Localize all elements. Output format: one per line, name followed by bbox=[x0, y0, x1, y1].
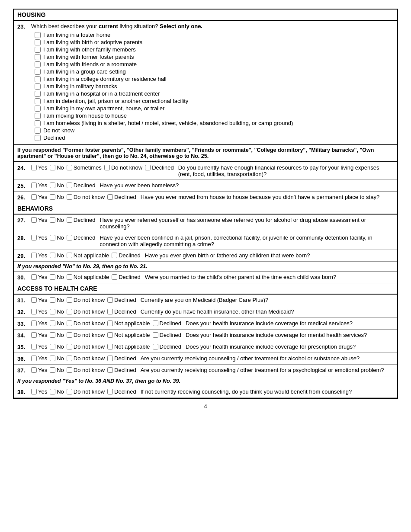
option-checkbox[interactable] bbox=[107, 297, 113, 303]
option-checkbox[interactable] bbox=[50, 165, 55, 170]
option-label[interactable]: Yes bbox=[31, 320, 47, 327]
option-checkbox[interactable] bbox=[31, 183, 37, 188]
option-label[interactable]: No bbox=[50, 367, 64, 373]
option-checkbox[interactable] bbox=[31, 235, 37, 240]
option-label[interactable]: Not applicable bbox=[107, 320, 150, 327]
option-label[interactable]: Do not know bbox=[67, 332, 105, 338]
option-checkbox[interactable] bbox=[31, 389, 37, 394]
option-label[interactable]: Yes bbox=[31, 252, 47, 259]
option-checkbox[interactable] bbox=[50, 183, 55, 188]
housing-checkbox[interactable] bbox=[35, 39, 41, 45]
option-checkbox[interactable] bbox=[31, 320, 37, 326]
option-checkbox[interactable] bbox=[50, 344, 55, 349]
option-checkbox[interactable] bbox=[107, 320, 113, 326]
option-label[interactable]: Do not know bbox=[67, 343, 105, 350]
option-label[interactable]: Declined bbox=[107, 388, 136, 395]
option-checkbox[interactable] bbox=[50, 297, 55, 303]
option-label[interactable]: Yes bbox=[31, 164, 47, 171]
housing-checkbox[interactable] bbox=[35, 135, 41, 141]
option-checkbox[interactable] bbox=[31, 356, 37, 361]
option-checkbox[interactable] bbox=[153, 320, 158, 326]
option-label[interactable]: Do not know bbox=[67, 367, 105, 373]
option-label[interactable]: No bbox=[50, 388, 64, 395]
housing-checkbox[interactable] bbox=[35, 47, 41, 53]
option-checkbox[interactable] bbox=[153, 344, 158, 349]
option-label[interactable]: Declined bbox=[112, 274, 141, 280]
option-label[interactable]: Yes bbox=[31, 367, 47, 373]
option-checkbox[interactable] bbox=[107, 309, 113, 314]
option-label[interactable]: Yes bbox=[31, 332, 47, 338]
option-label[interactable]: Yes bbox=[31, 234, 47, 241]
option-label[interactable]: No bbox=[50, 217, 64, 223]
option-checkbox[interactable] bbox=[67, 389, 72, 394]
option-label[interactable]: Declined bbox=[112, 252, 141, 259]
option-label[interactable]: Not applicable bbox=[107, 332, 150, 338]
option-label[interactable]: Declined bbox=[107, 367, 136, 373]
option-checkbox[interactable] bbox=[67, 367, 72, 373]
option-label[interactable]: No bbox=[50, 194, 64, 200]
option-label[interactable]: No bbox=[50, 297, 64, 303]
housing-checkbox[interactable] bbox=[35, 98, 41, 104]
option-label[interactable]: No bbox=[50, 182, 64, 189]
option-label[interactable]: No bbox=[50, 164, 64, 171]
option-checkbox[interactable] bbox=[112, 274, 117, 280]
option-checkbox[interactable] bbox=[67, 356, 72, 361]
option-label[interactable]: Not applicable bbox=[107, 343, 150, 350]
option-checkbox[interactable] bbox=[50, 356, 55, 361]
option-checkbox[interactable] bbox=[31, 165, 37, 170]
option-checkbox[interactable] bbox=[107, 344, 113, 349]
option-label[interactable]: Declined bbox=[153, 320, 182, 327]
housing-checkbox[interactable] bbox=[35, 61, 41, 67]
option-checkbox[interactable] bbox=[67, 165, 72, 170]
option-label[interactable]: Yes bbox=[31, 308, 47, 315]
housing-checkbox[interactable] bbox=[35, 32, 41, 38]
option-checkbox[interactable] bbox=[67, 344, 72, 349]
option-checkbox[interactable] bbox=[67, 253, 72, 258]
housing-checkbox[interactable] bbox=[35, 83, 41, 90]
option-label[interactable]: Yes bbox=[31, 274, 47, 280]
option-label[interactable]: No bbox=[50, 252, 64, 259]
housing-checkbox[interactable] bbox=[35, 91, 41, 97]
option-label[interactable]: No bbox=[50, 320, 64, 327]
housing-checkbox[interactable] bbox=[35, 76, 41, 82]
option-label[interactable]: Yes bbox=[31, 194, 47, 200]
option-label[interactable]: Sometimes bbox=[67, 164, 102, 171]
option-label[interactable]: Do not know bbox=[67, 320, 105, 327]
option-checkbox[interactable] bbox=[50, 320, 55, 326]
option-checkbox[interactable] bbox=[112, 253, 117, 258]
option-label[interactable]: No bbox=[50, 274, 64, 280]
option-checkbox[interactable] bbox=[153, 332, 158, 338]
option-label[interactable]: Do not know bbox=[67, 297, 105, 303]
option-checkbox[interactable] bbox=[67, 332, 72, 338]
housing-checkbox[interactable] bbox=[35, 69, 41, 75]
option-checkbox[interactable] bbox=[50, 194, 55, 200]
housing-checkbox[interactable] bbox=[35, 106, 41, 112]
option-checkbox[interactable] bbox=[31, 309, 37, 314]
option-label[interactable]: Do not know bbox=[67, 308, 105, 315]
option-checkbox[interactable] bbox=[107, 389, 113, 394]
option-label[interactable]: Declined bbox=[107, 194, 136, 200]
option-checkbox[interactable] bbox=[50, 309, 55, 314]
option-checkbox[interactable] bbox=[31, 274, 37, 280]
option-checkbox[interactable] bbox=[31, 332, 37, 338]
option-label[interactable]: Declined bbox=[153, 332, 182, 338]
option-checkbox[interactable] bbox=[50, 389, 55, 394]
option-checkbox[interactable] bbox=[50, 274, 55, 280]
option-checkbox[interactable] bbox=[50, 235, 55, 240]
option-label[interactable]: Do not know bbox=[67, 388, 105, 395]
housing-checkbox[interactable] bbox=[35, 113, 41, 119]
option-label[interactable]: No bbox=[50, 332, 64, 338]
option-checkbox[interactable] bbox=[107, 367, 113, 373]
option-checkbox[interactable] bbox=[67, 183, 72, 188]
option-label[interactable]: Not applicable bbox=[67, 252, 109, 259]
option-label[interactable]: Declined bbox=[145, 164, 174, 171]
option-checkbox[interactable] bbox=[67, 217, 72, 223]
housing-checkbox[interactable] bbox=[35, 128, 41, 134]
option-label[interactable]: Yes bbox=[31, 182, 47, 189]
option-checkbox[interactable] bbox=[31, 194, 37, 200]
option-label[interactable]: Declined bbox=[67, 234, 96, 241]
option-label[interactable]: Declined bbox=[153, 343, 182, 350]
option-checkbox[interactable] bbox=[50, 367, 55, 373]
option-label[interactable]: Yes bbox=[31, 388, 47, 395]
option-checkbox[interactable] bbox=[67, 309, 72, 314]
